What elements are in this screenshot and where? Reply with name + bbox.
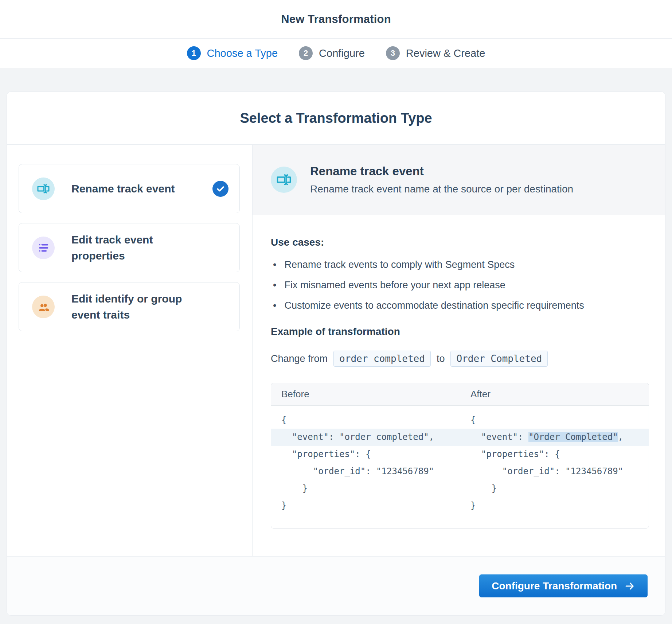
before-column: Before { "event": "order_completed", "pr…: [271, 383, 460, 528]
section-title: Select a Transformation Type: [240, 110, 432, 126]
detail-description: Rename track event name at the source or…: [310, 183, 573, 195]
select-type-card: Select a Transformation Type: [7, 91, 665, 616]
event-name-after-chip: Order Completed: [450, 351, 548, 367]
code-line: {: [460, 412, 649, 429]
option-edit-track-event-properties[interactable]: Edit track event properties: [19, 223, 240, 272]
event-name-before-chip: order_completed: [333, 351, 431, 367]
detail-header: Rename track event Rename track event na…: [253, 145, 665, 215]
change-example-row: Change from order_completed to Order Com…: [271, 351, 647, 367]
to-label: to: [437, 353, 445, 364]
rename-icon-large: [271, 167, 297, 193]
detail-header-text: Rename track event Rename track event na…: [310, 164, 573, 195]
change-from-label: Change from: [271, 353, 328, 364]
after-column-header: After: [460, 383, 649, 406]
step-choose-a-type[interactable]: 1 Choose a Type: [187, 46, 278, 60]
option-edit-identify-group-traits[interactable]: Edit identify or group event traits: [19, 282, 240, 331]
card-footer: Configure Transformation: [7, 556, 665, 615]
detail-body: Use cases: Rename track events to comply…: [253, 215, 665, 529]
option-label: Rename track event: [71, 181, 175, 197]
code-line: "properties": {: [271, 446, 460, 463]
code-line: }: [271, 480, 460, 497]
code-line: {: [271, 412, 460, 429]
main-content: Select a Transformation Type: [0, 68, 672, 616]
use-cases-heading: Use cases:: [271, 237, 647, 248]
arrow-right-icon: [624, 581, 635, 592]
card-title-bar: Select a Transformation Type: [7, 92, 665, 145]
step-review-create[interactable]: 3 Review & Create: [386, 46, 485, 60]
configure-button-label: Configure Transformation: [492, 580, 617, 592]
list-icon: [32, 237, 55, 259]
code-line: }: [460, 480, 649, 497]
step-2-label: Configure: [319, 47, 365, 59]
step-1-circle: 1: [187, 46, 201, 60]
selected-check-icon: [212, 181, 228, 197]
step-configure[interactable]: 2 Configure: [299, 46, 365, 60]
code-line: "order_id": "123456789": [271, 463, 460, 480]
code-line: "properties": {: [460, 446, 649, 463]
code-line: }: [271, 497, 460, 514]
option-label: Edit track event properties: [71, 232, 192, 264]
transformation-options-list: Rename track event: [7, 145, 253, 556]
option-label: Edit identify or group event traits: [71, 291, 192, 323]
option-rename-track-event[interactable]: Rename track event: [19, 164, 240, 213]
detail-title: Rename track event: [310, 164, 573, 178]
new-transformation-page: New Transformation 1 Choose a Type 2 Con…: [0, 0, 672, 624]
step-2-circle: 2: [299, 46, 313, 60]
step-3-label: Review & Create: [406, 47, 485, 59]
rename-icon: [32, 178, 55, 200]
step-1-label: Choose a Type: [207, 47, 278, 59]
people-icon: [32, 296, 55, 318]
page-header: New Transformation: [0, 0, 672, 39]
renamed-event-token: "Order Completed": [528, 432, 618, 442]
option-detail-panel: Rename track event Rename track event na…: [253, 145, 665, 556]
use-case-item: Fix misnamed events before your next app…: [273, 280, 647, 291]
code-line-highlighted: "event": "Order Completed",: [460, 429, 649, 446]
use-cases-list: Rename track events to comply with Segme…: [273, 259, 647, 311]
code-line: }: [460, 497, 649, 514]
use-case-item: Rename track events to comply with Segme…: [273, 259, 647, 270]
card-body: Rename track event: [7, 145, 665, 556]
page-title: New Transformation: [281, 13, 391, 26]
code-line: "order_id": "123456789": [460, 463, 649, 480]
after-code-block: { "event": "Order Completed", "propertie…: [460, 406, 649, 528]
use-case-item: Customize events to accommodate destinat…: [273, 300, 647, 311]
example-heading: Example of transformation: [271, 326, 647, 338]
before-after-table: Before { "event": "order_completed", "pr…: [271, 383, 649, 529]
configure-transformation-button[interactable]: Configure Transformation: [479, 574, 648, 597]
before-column-header: Before: [271, 383, 460, 406]
step-3-circle: 3: [386, 46, 400, 60]
before-code-block: { "event": "order_completed", "propertie…: [271, 406, 460, 528]
code-line-highlighted: "event": "order_completed",: [271, 429, 460, 446]
wizard-stepper: 1 Choose a Type 2 Configure 3 Review & C…: [0, 39, 672, 68]
after-column: After { "event": "Order Completed", "pro…: [460, 383, 649, 528]
